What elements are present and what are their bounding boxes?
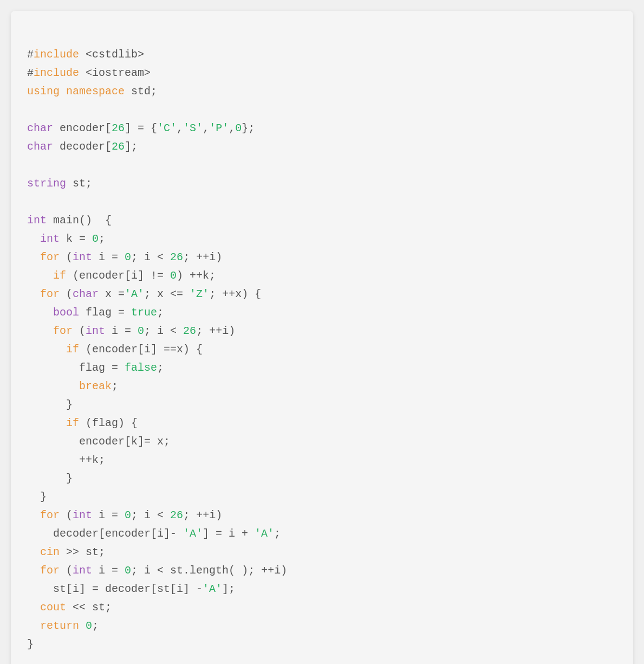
line-24: } <box>27 472 73 485</box>
line-28: cin >> st; <box>27 546 105 558</box>
line-26: for (int i = 0; i < 26; ++i) <box>27 509 222 521</box>
line-14: for (char x ='A'; x <= 'Z'; ++x) { <box>27 288 261 300</box>
line-6: char decoder[26]; <box>27 140 138 153</box>
line-10: int main() { <box>27 214 112 227</box>
line-31: cout << st; <box>27 601 112 614</box>
line-11: int k = 0; <box>27 233 105 245</box>
line-12: for (int i = 0; i < 26; ++i) <box>27 251 222 263</box>
line-19: break; <box>27 380 118 392</box>
line-17: if (encoder[i] ==x) { <box>27 343 203 356</box>
line-18: flag = false; <box>27 362 164 374</box>
line-23: ++k; <box>27 454 105 466</box>
line-32: return 0; <box>27 620 99 632</box>
code-block: #include <cstdlib> #include <iostream> u… <box>27 27 612 664</box>
line-2: #include <iostream> <box>27 67 151 79</box>
line-16: for (int i = 0; i < 26; ++i) <box>27 325 235 337</box>
code-container: #include <cstdlib> #include <iostream> u… <box>11 11 633 664</box>
line-21: if (flag) { <box>27 417 138 429</box>
line-5: char encoder[26] = {'C','S','P',0}; <box>27 122 255 134</box>
line-3: using namespace std; <box>27 85 157 98</box>
line-25: } <box>27 491 47 503</box>
line-27: decoder[encoder[i]- 'A'] = i + 'A'; <box>27 527 281 540</box>
line-20: } <box>27 398 73 411</box>
line-33: } <box>27 638 34 650</box>
line-13: if (encoder[i] != 0) ++k; <box>27 269 216 282</box>
line-30: st[i] = decoder[st[i] -'A']; <box>27 583 235 595</box>
line-29: for (int i = 0; i < st.length( ); ++i) <box>27 564 287 577</box>
line-22: encoder[k]= x; <box>27 435 170 448</box>
line-8: string st; <box>27 177 92 190</box>
line-15: bool flag = true; <box>27 306 164 319</box>
line-1: #include <cstdlib> <box>27 48 144 61</box>
